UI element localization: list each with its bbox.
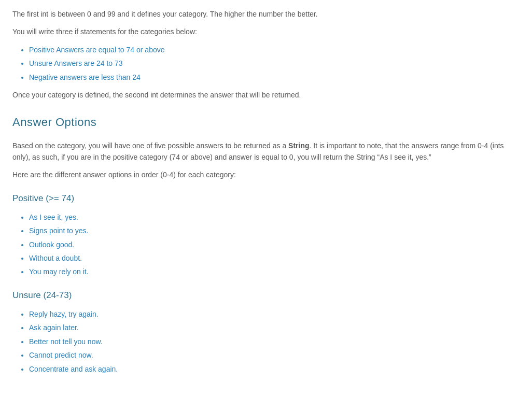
unsure-heading: Unsure (24-73)	[12, 288, 520, 302]
category-unsure: Unsure Answers are 24 to 73	[29, 58, 520, 69]
positive-item-0: As I see it, yes.	[29, 211, 520, 223]
positive-list: As I see it, yes. Signs point to yes. Ou…	[29, 211, 520, 278]
answer-options-description: Based on the category, you will have one…	[12, 140, 520, 163]
intro-line1: The first int is between 0 and 99 and it…	[12, 8, 520, 20]
answer-options-line2: Here are the different answer options in…	[12, 169, 520, 180]
answer-options-section: Answer Options Based on the category, yo…	[12, 113, 520, 375]
positive-item-2: Outlook good.	[29, 239, 520, 250]
unsure-item-3: Cannot predict now.	[29, 349, 520, 361]
positive-item-3: Without a doubt.	[29, 252, 520, 264]
positive-item-4: You may rely on it.	[29, 266, 520, 277]
category-negative: Negative answers are less than 24	[29, 72, 520, 83]
categories-list: Positive Answers are equal to 74 or abov…	[29, 44, 520, 83]
unsure-item-2: Better not tell you now.	[29, 336, 520, 347]
positive-item-1: Signs point to yes.	[29, 225, 520, 236]
unsure-item-0: Reply hazy, try again.	[29, 308, 520, 320]
unsure-list: Reply hazy, try again. Ask again later. …	[29, 308, 520, 375]
intro-line2: You will write three if statements for t…	[12, 26, 520, 37]
unsure-item-1: Ask again later.	[29, 322, 520, 333]
answer-options-desc-part1: Based on the category, you will have one…	[12, 142, 288, 150]
unsure-item-4: Concentrate and ask again.	[29, 363, 520, 375]
positive-heading: Positive (>= 74)	[12, 191, 520, 205]
answer-options-heading: Answer Options	[12, 113, 520, 131]
category-positive: Positive Answers are equal to 74 or abov…	[29, 44, 520, 55]
answer-options-desc-bold: String	[288, 142, 309, 150]
intro-line3: Once your category is defined, the secon…	[12, 89, 520, 101]
